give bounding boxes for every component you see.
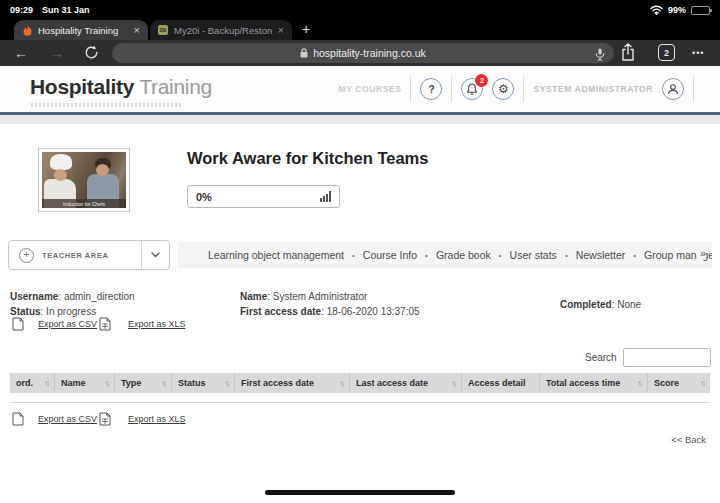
status-bar: 09:29 Sun 31 Jan 99% xyxy=(0,0,720,20)
teacher-area-button[interactable]: + TEACHER AREA xyxy=(8,240,170,270)
export-csv-link[interactable]: Export as CSV xyxy=(38,414,97,424)
clock: 09:29 xyxy=(10,5,33,15)
home-indicator xyxy=(265,490,455,495)
lock-icon xyxy=(300,44,308,62)
notifications-button[interactable]: 2 xyxy=(461,78,483,100)
search-input[interactable] xyxy=(623,348,711,367)
reload-button[interactable] xyxy=(84,45,99,64)
csv-file-icon xyxy=(12,412,24,430)
browser-tab-bar: Hospitality Training × 20i My20i - Backu… xyxy=(0,20,720,40)
flame-favicon xyxy=(22,25,32,35)
column-name[interactable]: Name↑↓ xyxy=(55,373,115,393)
close-tab-icon[interactable]: × xyxy=(278,25,284,36)
nav-user-stats[interactable]: User stats xyxy=(510,249,557,261)
close-tab-icon[interactable]: × xyxy=(134,25,140,36)
search-row: Search xyxy=(0,348,720,368)
battery-percent: 99% xyxy=(668,5,686,15)
xls-file-icon xyxy=(99,317,111,335)
back-link[interactable]: << Back xyxy=(671,434,706,445)
sort-icon: ↑↓ xyxy=(100,379,108,388)
course-nav: Learning object management • Course Info… xyxy=(178,242,712,268)
sort-icon: ↑↓ xyxy=(696,379,704,388)
account-button[interactable] xyxy=(662,78,684,100)
progress-value: 0% xyxy=(196,191,212,203)
column-ord[interactable]: ord.↑↓ xyxy=(10,373,55,393)
sort-icon: ↑↓ xyxy=(633,379,641,388)
notification-badge: 2 xyxy=(475,74,488,87)
battery-icon xyxy=(691,6,710,15)
nav-overflow-icon[interactable]: » xyxy=(697,247,706,259)
chevron-down-icon xyxy=(151,252,160,258)
header-divider xyxy=(693,76,694,102)
my-courses-link[interactable]: MY COURSES xyxy=(338,84,401,94)
header-divider xyxy=(410,76,411,102)
url-text: hospitality-training.co.uk xyxy=(313,47,426,59)
tab-title: My20i - Backup/Restore xyxy=(174,25,272,36)
xls-file-icon xyxy=(99,412,111,430)
column-type[interactable]: Type↑↓ xyxy=(115,373,172,393)
site-logo[interactable]: Hospitality Training xyxy=(30,75,212,99)
progress-indicator: 0% xyxy=(187,185,340,208)
table-bottom-border xyxy=(10,402,710,403)
header-divider xyxy=(523,76,524,102)
sort-icon: ↑↓ xyxy=(335,379,343,388)
user-info-col2: Name: System Administrator First access … xyxy=(240,289,420,319)
browser-menu-button[interactable]: ••• xyxy=(692,44,704,62)
plus-circle-icon: + xyxy=(19,248,34,263)
site-header: Hospitality Training MY COURSES ? 2 ⚙ SY… xyxy=(0,66,720,112)
admin-role-label: SYSTEM ADMINISTRATOR xyxy=(533,84,653,94)
course-thumbnail: Induction for Chefs xyxy=(38,148,130,212)
tab-title: Hospitality Training xyxy=(38,25,128,36)
thumbnail-caption: Induction for Chefs xyxy=(42,199,126,208)
forward-button[interactable]: → xyxy=(50,43,64,63)
page-title: Work Aware for Kitchen Teams xyxy=(187,149,428,168)
question-icon: ? xyxy=(428,84,434,95)
export-csv-link[interactable]: Export as CSV xyxy=(38,319,97,329)
export-xls-link[interactable]: Export as XLS xyxy=(128,319,186,329)
status-date: Sun 31 Jan xyxy=(42,5,90,15)
stats-table-header: ord.↑↓ Name↑↓ Type↑↓ Status↑↓ First acce… xyxy=(10,373,710,393)
column-total-access-time[interactable]: Total access time↑↓ xyxy=(540,373,648,393)
logo-tagline xyxy=(31,103,181,107)
my20i-favicon: 20i xyxy=(158,25,168,35)
header-sub-strip xyxy=(0,115,720,124)
browser-toolbar: ← → hospitality-training.co.uk 2 ••• xyxy=(0,40,720,66)
column-last-access-date[interactable]: Last access date↑↓ xyxy=(350,373,462,393)
back-button[interactable]: ← xyxy=(14,43,28,63)
gear-icon: ⚙ xyxy=(498,83,509,95)
column-access-detail: Access detail xyxy=(462,373,540,393)
sort-icon: ↑↓ xyxy=(157,379,165,388)
ipad-screen: 09:29 Sun 31 Jan 99% Hospitality Trainin… xyxy=(0,0,720,503)
url-bar[interactable]: hospitality-training.co.uk xyxy=(112,43,614,63)
nav-newsletter[interactable]: Newsletter xyxy=(576,249,626,261)
nav-learning-object-management[interactable]: Learning object management xyxy=(208,249,344,261)
microphone-icon[interactable] xyxy=(595,47,605,65)
settings-button[interactable]: ⚙ xyxy=(492,78,514,100)
header-divider xyxy=(451,76,452,102)
person-icon xyxy=(667,83,679,95)
sort-icon: ↑↓ xyxy=(447,379,455,388)
column-first-access-date[interactable]: First access date↑↓ xyxy=(235,373,350,393)
new-tab-button[interactable]: + xyxy=(302,21,310,37)
nav-grade-book[interactable]: Grade book xyxy=(436,249,491,261)
wifi-icon xyxy=(650,5,663,15)
stats-bars-icon xyxy=(320,191,331,202)
column-score[interactable]: Score↑↓ xyxy=(648,373,710,393)
export-row-top: Export as CSV Export as XLS xyxy=(0,317,720,333)
tab-hospitality-training[interactable]: Hospitality Training × xyxy=(14,20,148,40)
teacher-area-dropdown-toggle[interactable] xyxy=(141,241,169,269)
export-xls-link[interactable]: Export as XLS xyxy=(128,414,186,424)
user-info-col1: Username: admin_direction Status: In pro… xyxy=(10,289,135,319)
tab-switcher-button[interactable]: 2 xyxy=(658,44,675,61)
user-info-col3: Completed: None xyxy=(560,297,641,312)
share-icon[interactable] xyxy=(620,43,636,66)
nav-course-info[interactable]: Course Info xyxy=(363,249,417,261)
tab-my20i[interactable]: 20i My20i - Backup/Restore × xyxy=(150,20,292,40)
column-status[interactable]: Status↑↓ xyxy=(172,373,235,393)
sort-icon: ↑↓ xyxy=(40,379,48,388)
csv-file-icon xyxy=(12,317,24,335)
help-button[interactable]: ? xyxy=(420,78,442,100)
export-row-bottom: Export as CSV Export as XLS xyxy=(0,412,720,428)
sort-icon: ↑↓ xyxy=(220,379,228,388)
search-label: Search xyxy=(585,352,617,363)
